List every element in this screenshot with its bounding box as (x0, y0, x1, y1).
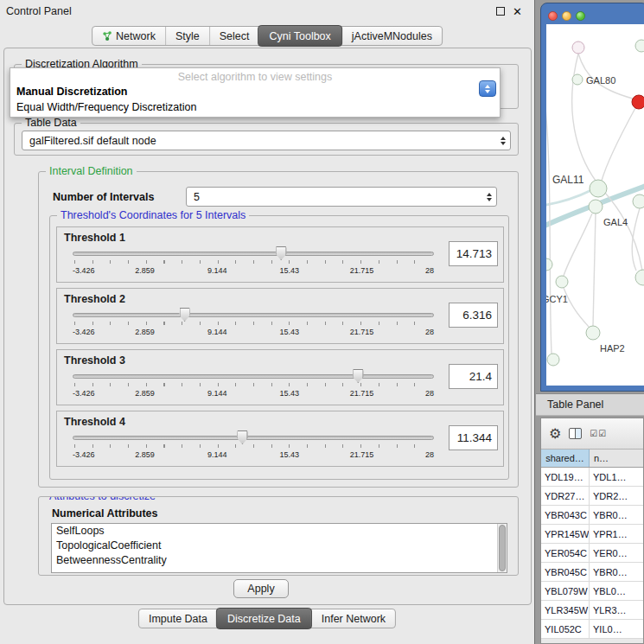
slider-handle[interactable] (179, 308, 190, 322)
cell[interactable]: YLR345W (541, 601, 590, 619)
algorithm-combo-stepper[interactable] (479, 80, 496, 97)
graph-node[interactable] (635, 40, 644, 52)
slider-track[interactable] (73, 374, 434, 379)
list-item[interactable]: SelfLoops (52, 524, 507, 539)
selected-red-node[interactable] (632, 95, 644, 109)
tab-jactivemnodules[interactable]: jActiveMNodules (341, 27, 442, 45)
column-header-shared-name[interactable]: shared… (541, 450, 590, 467)
network-icon (102, 31, 112, 41)
threshold-value-field[interactable]: 14.713 (449, 241, 498, 266)
cell[interactable]: YBL079W (541, 582, 590, 600)
float-window-icon[interactable] (496, 7, 505, 16)
scale-label: 2.859 (135, 389, 155, 398)
table-data-combobox[interactable]: galFiltered.sif default node (22, 131, 511, 150)
threshold-slider[interactable]: -3.426 2.859 9.144 15.43 21.715 28 (73, 369, 434, 404)
scale-label: 9.144 (207, 389, 227, 398)
cell[interactable]: YBR045C (541, 563, 590, 581)
graph-node[interactable] (572, 41, 584, 54)
slider-track[interactable] (73, 313, 434, 317)
slider-handle[interactable] (276, 246, 287, 260)
node-label: GAL80 (586, 75, 615, 86)
graph-node[interactable] (586, 326, 600, 340)
threshold-value-field[interactable]: 21.4 (449, 364, 498, 389)
cell[interactable]: YER0… (590, 544, 643, 562)
graph-node[interactable] (589, 200, 603, 214)
graph-node[interactable] (547, 354, 559, 366)
cell[interactable]: YIL0… (590, 620, 643, 638)
threshold-1-panel: Threshold 1 14.713 -3.426 2.859 9.144 15… (56, 226, 504, 283)
scale-label: 28 (425, 266, 434, 275)
cell[interactable]: YER054C (541, 544, 590, 562)
table-row[interactable]: YIL052C YIL0… (541, 620, 643, 639)
slider-track[interactable] (73, 252, 434, 256)
dropdown-option-equal-width-frequency[interactable]: Equal Width/Frequency Discretization (10, 99, 500, 115)
combo-stepper[interactable] (482, 188, 496, 206)
close-traffic-light-icon[interactable] (548, 11, 558, 21)
graph-node[interactable] (556, 276, 568, 288)
slider-handle[interactable] (237, 430, 248, 444)
cell[interactable]: YBR0… (590, 506, 643, 524)
table-row[interactable]: YDR27… YDR2… (541, 487, 643, 506)
cell[interactable]: YLR3… (590, 601, 643, 619)
tab-network[interactable]: Network (92, 27, 165, 45)
threshold-value-field[interactable]: 11.344 (449, 425, 498, 450)
columns-icon[interactable] (569, 428, 582, 439)
table-row[interactable]: YBL079W YBL0… (541, 582, 643, 601)
table-row[interactable]: YDL19… YDL1… (541, 468, 643, 487)
graph-node[interactable] (572, 74, 583, 85)
list-item[interactable]: BetweennessCentrality (52, 553, 507, 568)
cell[interactable]: YIL052C (541, 620, 590, 638)
checkbox-filter-icons[interactable]: ☑☑ (590, 429, 607, 438)
slider-track[interactable] (73, 436, 434, 440)
tab-select[interactable]: Select (209, 27, 259, 45)
threshold-slider[interactable]: -3.426 2.859 9.144 15.43 21.715 28 (73, 308, 434, 342)
cell[interactable]: YBR043C (541, 506, 590, 524)
graph-node[interactable] (546, 258, 552, 271)
table-data-group: Table Data galFiltered.sif default node (14, 123, 519, 156)
minimize-traffic-light-icon[interactable] (562, 11, 571, 21)
numerical-attributes-list[interactable]: SelfLoops TopologicalCoefficient Between… (51, 523, 507, 573)
threshold-label: Threshold 1 (64, 232, 125, 244)
cell[interactable]: YDR27… (541, 487, 590, 505)
table-row[interactable]: YPR145W YPR1… (541, 525, 643, 544)
graph-node[interactable] (590, 180, 607, 197)
threshold-slider[interactable]: -3.426 2.859 9.144 15.43 21.715 28 (73, 430, 434, 465)
close-icon[interactable]: ✕ (513, 5, 522, 18)
gear-icon[interactable]: ⚙ (549, 427, 561, 441)
scale-label: -3.426 (73, 450, 95, 459)
scale-label: 21.715 (350, 328, 374, 336)
tab-style[interactable]: Style (165, 27, 209, 45)
column-header-name[interactable]: n… (590, 450, 643, 467)
combo-stepper[interactable] (496, 131, 510, 150)
graph-node[interactable] (633, 194, 644, 208)
cell[interactable]: YPR1… (590, 525, 643, 543)
threshold-value-field[interactable]: 6.316 (449, 303, 498, 328)
table-row[interactable]: YBR043C YBR0… (541, 506, 643, 525)
tab-infer-network[interactable]: Infer Network (311, 609, 395, 628)
cell[interactable]: YBL0… (590, 582, 643, 600)
table-row[interactable]: YLR345W YLR3… (541, 601, 643, 620)
cell[interactable]: YDL1… (590, 468, 643, 486)
dropdown-option-manual-discretization[interactable]: Manual Discretization (10, 84, 500, 99)
list-item[interactable]: TopologicalCoefficient (52, 539, 507, 553)
slider-handle[interactable] (353, 369, 364, 383)
cell[interactable]: YDL19… (541, 468, 590, 486)
tab-impute-data[interactable]: Impute Data (139, 609, 217, 628)
threshold-slider[interactable]: -3.426 2.859 9.144 15.43 21.715 28 (73, 246, 434, 281)
graph-node[interactable] (635, 270, 644, 285)
scrollbar-thumb[interactable] (499, 525, 506, 571)
table-row[interactable]: YER054C YER0… (541, 544, 643, 563)
zoom-traffic-light-icon[interactable] (576, 11, 585, 21)
list-scrollbar[interactable] (497, 524, 507, 572)
tab-discretize-data[interactable]: Discretize Data (216, 608, 312, 629)
apply-button[interactable]: Apply (233, 579, 289, 598)
cell[interactable]: YDR2… (590, 487, 643, 505)
cell[interactable]: YPR145W (541, 525, 590, 543)
table-row[interactable]: YBR045C YBR0… (541, 563, 643, 582)
network-canvas[interactable]: GAL80 GAL11 GAL4 GCY1 HAP2 (546, 24, 644, 386)
cell[interactable]: YBR0… (590, 563, 643, 581)
tab-cyni-toolbox[interactable]: Cyni Toolbox (258, 25, 341, 47)
number-of-intervals-combobox[interactable]: 5 (186, 187, 497, 207)
tab-label: Style (175, 30, 200, 42)
tab-label: jActiveMNodules (352, 30, 432, 42)
